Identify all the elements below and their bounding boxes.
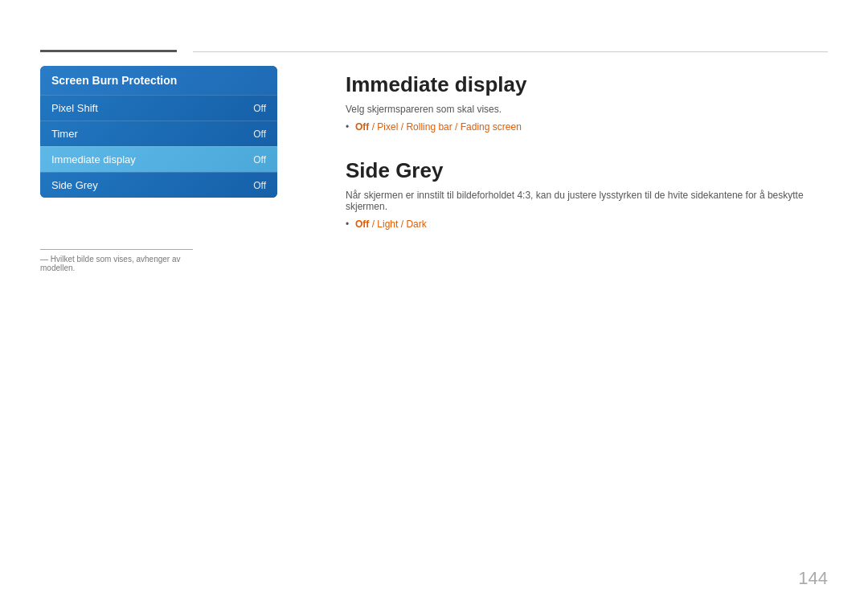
screen-burn-menu: Screen Burn Protection Pixel Shift Off T… <box>40 66 277 198</box>
option-light: Light <box>377 219 398 230</box>
menu-item-immediate-display[interactable]: Immediate display Off <box>40 146 277 172</box>
section-desc-side-grey: Når skjermen er innstilt til bildeforhol… <box>346 190 820 212</box>
menu-item-value: Off <box>253 180 266 191</box>
menu-header: Screen Burn Protection <box>40 66 277 95</box>
option-rolling-bar: Rolling bar <box>406 121 452 133</box>
option-off: Off <box>355 121 369 133</box>
menu-item-pixel-shift[interactable]: Pixel Shift Off <box>40 95 277 121</box>
section-title-side-grey: Side Grey <box>346 158 820 183</box>
divider-left <box>40 50 177 52</box>
menu-item-label: Pixel Shift <box>51 102 98 114</box>
options-item-side-grey: Off / Light / Dark <box>346 219 820 230</box>
menu-item-label: Side Grey <box>51 179 98 191</box>
option-pixel: Pixel <box>377 121 398 133</box>
footnote-text: ― Hvilket bilde som vises, avhenger av m… <box>40 255 201 272</box>
section-desc-immediate-display: Velg skjermspareren som skal vises. <box>346 104 820 115</box>
menu-item-value: Off <box>253 129 266 140</box>
menu-item-timer[interactable]: Timer Off <box>40 121 277 146</box>
option-fading-screen: Fading screen <box>461 121 522 133</box>
menu-item-label: Immediate display <box>51 153 136 166</box>
footnote-area: ― Hvilket bilde som vises, avhenger av m… <box>40 249 201 272</box>
options-list-immediate-display: Off / Pixel / Rolling bar / Fading scree… <box>346 121 820 133</box>
section-side-grey: Side Grey Når skjermen er innstilt til b… <box>346 158 820 230</box>
options-item-immediate-display: Off / Pixel / Rolling bar / Fading scree… <box>346 121 820 133</box>
right-content: Immediate display Velg skjermspareren so… <box>346 72 820 255</box>
option-off-sg: Off <box>355 219 369 230</box>
menu-item-side-grey[interactable]: Side Grey Off <box>40 172 277 198</box>
divider-right <box>193 51 828 52</box>
section-immediate-display: Immediate display Velg skjermspareren so… <box>346 72 820 133</box>
options-list-side-grey: Off / Light / Dark <box>346 219 820 230</box>
menu-title: Screen Burn Protection <box>51 74 177 87</box>
option-dark: Dark <box>406 219 426 230</box>
option-separator-3: / <box>455 121 461 133</box>
menu-item-value: Off <box>253 154 266 166</box>
page-number: 144 <box>798 568 828 589</box>
section-title-immediate-display: Immediate display <box>346 72 820 97</box>
left-panel: Screen Burn Protection Pixel Shift Off T… <box>40 66 277 198</box>
menu-item-label: Timer <box>51 128 78 140</box>
menu-item-value: Off <box>253 103 266 114</box>
footnote-divider <box>40 249 193 250</box>
